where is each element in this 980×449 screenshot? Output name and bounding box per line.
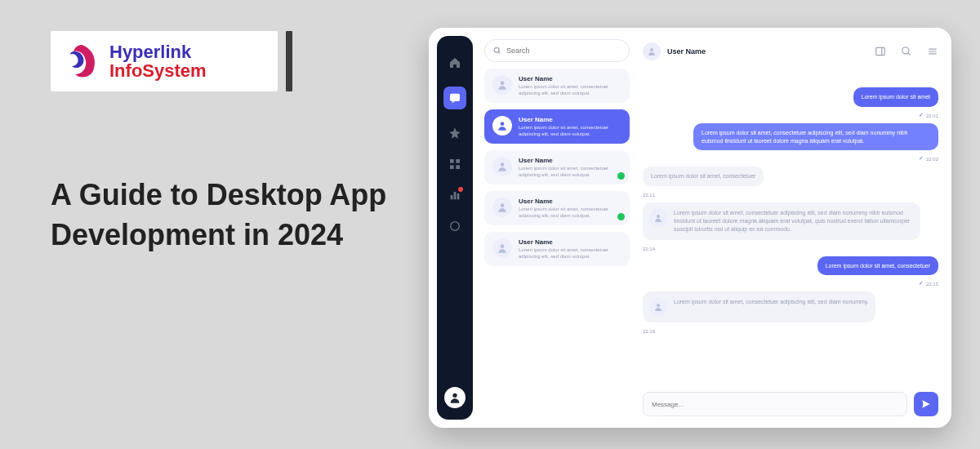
grid-icon[interactable] (448, 157, 462, 171)
contact-card[interactable]: User NameLorem ipsum dolor sit amet, con… (484, 232, 630, 266)
page-title: A Guide to Desktop App Development in 20… (51, 176, 402, 255)
svg-rect-6 (454, 192, 457, 199)
settings-icon[interactable] (448, 219, 462, 233)
app-window: User NameLorem ipsum dolor sit amet, con… (429, 28, 951, 428)
timestamp: 22:02 (926, 157, 938, 162)
contact-name: User Name (519, 198, 621, 205)
logo-text: Hyperlink InfoSystem (109, 42, 207, 80)
contact-card[interactable]: User NameLorem ipsum dolor sit amet, con… (484, 191, 630, 225)
star-icon[interactable] (448, 126, 462, 140)
logo-card: Hyperlink InfoSystem (51, 31, 278, 91)
avatar-icon (492, 75, 512, 95)
svg-point-9 (452, 393, 457, 398)
message-input-row (643, 392, 938, 416)
chat-icon[interactable] (443, 87, 466, 109)
svg-point-16 (501, 244, 505, 248)
contact-preview: Lorem ipsum dolor sit amet, consectetuer… (519, 125, 621, 137)
contact-name: User Name (519, 157, 621, 164)
svg-rect-1 (450, 159, 454, 163)
contact-name: User Name (519, 75, 621, 82)
search-icon (493, 47, 501, 55)
timestamp: 22:16 (643, 329, 655, 334)
avatar-icon (492, 157, 512, 176)
menu-icon[interactable] (927, 46, 938, 57)
contact-card-active[interactable]: User NameLorem ipsum dolor sit amet, con… (484, 109, 630, 144)
avatar-icon (649, 298, 667, 316)
profile-avatar[interactable] (444, 387, 466, 408)
contact-preview: Lorem ipsum dolor sit amet, consectetuer… (519, 84, 621, 96)
svg-rect-18 (876, 47, 885, 55)
online-badge (617, 213, 625, 220)
search-input[interactable] (484, 39, 630, 62)
check-icon: ✓ (919, 280, 924, 287)
contact-card[interactable]: User NameLorem ipsum dolor sit amet, con… (484, 150, 630, 184)
avatar-icon (649, 209, 667, 227)
contact-card[interactable]: User NameLorem ipsum dolor sit amet, con… (484, 69, 630, 103)
timestamp: 22:01 (926, 113, 938, 118)
messages-list: Lorem ipsum dolor sit amet ✓22:01 Lorem … (643, 69, 938, 385)
timestamp: 22:14 (643, 247, 655, 251)
online-badge (617, 172, 625, 180)
avatar-icon (643, 42, 661, 60)
logo-icon (62, 42, 101, 81)
message-text: Lorem ipsum dolor sit amet, consectetuer… (674, 209, 914, 233)
svg-rect-7 (457, 193, 460, 199)
message-in: Lorem ipsum dolor sit amet, consectetuer (643, 167, 764, 186)
svg-point-10 (494, 47, 499, 52)
stats-icon[interactable] (448, 188, 462, 202)
home-icon[interactable] (448, 56, 462, 70)
contact-name: User Name (519, 116, 621, 123)
avatar-icon (492, 238, 512, 258)
contact-preview: Lorem ipsum dolor sit amet, consectetuer… (519, 207, 621, 219)
message-in: Lorem ipsum dolor sit amet, consectetuer… (643, 202, 920, 239)
svg-rect-5 (451, 195, 453, 199)
timestamp: 22:15 (926, 282, 938, 287)
contact-name: User Name (519, 238, 621, 246)
chat-header: User Name (643, 39, 938, 69)
svg-point-25 (657, 215, 660, 218)
avatar-icon (492, 116, 512, 136)
notification-dot (458, 187, 463, 192)
svg-line-21 (908, 53, 911, 56)
svg-point-17 (650, 48, 653, 51)
layout-icon[interactable] (875, 46, 886, 57)
logo-line1: Hyperlink (109, 42, 207, 61)
avatar-icon (492, 198, 512, 217)
message-text: Lorem ipsum dolor sit amet, consectetuer… (674, 298, 869, 306)
message-in: Lorem ipsum dolor sit amet, consectetuer… (643, 291, 875, 322)
search-icon[interactable] (901, 46, 912, 57)
message-out: Lorem ipsum dolor sit amet, consectetuer (817, 256, 938, 276)
svg-rect-4 (456, 165, 460, 169)
chat-panel: User Name Lorem ipsum dolor sit amet ✓22… (636, 28, 951, 428)
svg-point-26 (657, 304, 660, 307)
message-input[interactable] (643, 392, 907, 416)
svg-line-11 (498, 51, 500, 53)
svg-rect-0 (450, 94, 460, 101)
svg-point-15 (501, 203, 505, 207)
message-out: Lorem ipsum dolor sit amet (853, 87, 938, 107)
message-out: Lorem ipsum dolor sit amet, consectetuer… (693, 123, 938, 151)
sidebar (437, 36, 473, 420)
logo-divider (286, 31, 292, 91)
svg-point-8 (451, 222, 460, 231)
contact-preview: Lorem ipsum dolor sit amet, consectetuer… (519, 166, 621, 178)
contact-preview: Lorem ipsum dolor sit amet, consectetuer… (519, 247, 621, 260)
svg-rect-3 (450, 165, 454, 169)
check-icon: ✓ (919, 112, 924, 118)
svg-point-13 (501, 122, 505, 126)
svg-rect-2 (456, 159, 460, 163)
svg-point-20 (902, 47, 909, 54)
send-button[interactable] (914, 392, 938, 416)
chat-header-name: User Name (667, 47, 706, 56)
timestamp: 22:11 (643, 193, 655, 198)
svg-point-14 (501, 162, 505, 167)
check-icon: ✓ (919, 155, 924, 162)
search-field[interactable] (506, 47, 621, 55)
svg-point-12 (501, 81, 505, 85)
contacts-panel: User NameLorem ipsum dolor sit amet, con… (481, 28, 636, 428)
logo-line2: InfoSystem (109, 61, 207, 80)
